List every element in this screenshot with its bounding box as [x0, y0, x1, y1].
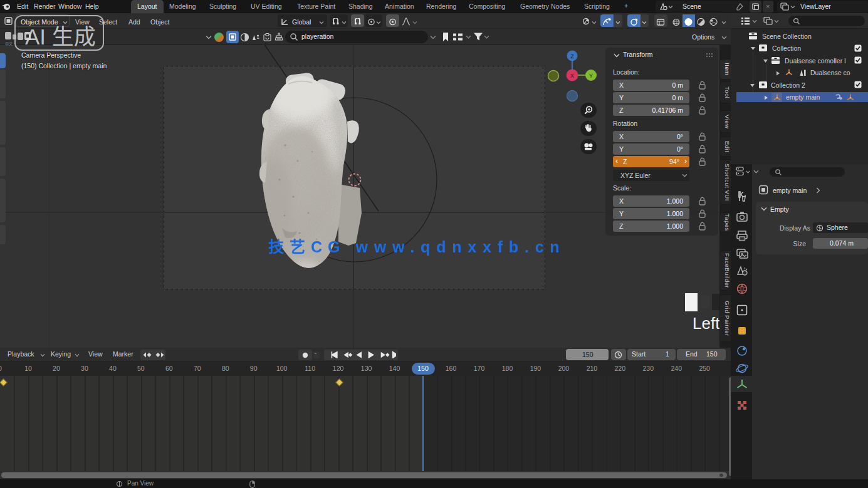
- svg-text:Z: Z: [570, 53, 574, 60]
- svg-text:Y: Y: [589, 73, 593, 79]
- svg-text:X: X: [570, 73, 574, 79]
